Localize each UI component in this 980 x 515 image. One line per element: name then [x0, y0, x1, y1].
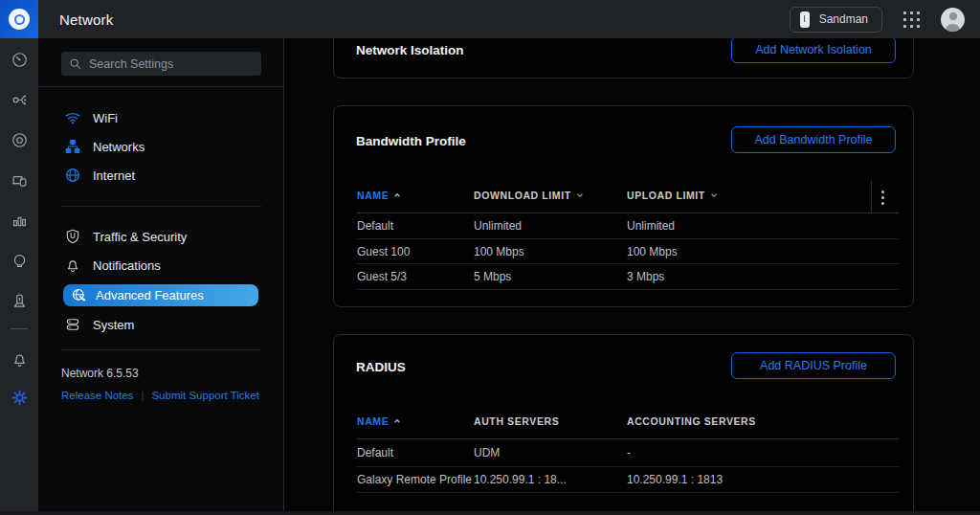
cell-accounting-servers: -	[627, 446, 631, 459]
release-notes-link[interactable]: Release Notes	[61, 390, 133, 401]
section-title: RADIUS	[356, 360, 406, 374]
section-title: Bandwidth Profile	[356, 134, 466, 148]
cell-accounting-servers: 10.250.99.1 : 1813	[627, 473, 723, 486]
cell-upload: Unlimited	[627, 219, 675, 233]
bell-icon	[63, 256, 82, 275]
settings-gear-icon[interactable]	[10, 388, 29, 407]
unifi-logo-icon	[9, 9, 30, 30]
column-header-auth-servers[interactable]: AUTH SERVERS	[474, 415, 559, 427]
globe-wrench-icon	[70, 287, 87, 304]
sidebar-item-label: Networks	[93, 140, 145, 154]
sidebar-item-networks[interactable]: Networks	[38, 132, 284, 161]
cell-name: Default	[357, 219, 393, 233]
cell-name: Default	[357, 446, 393, 459]
app-rail	[0, 38, 38, 511]
cell-download: Unlimited	[474, 219, 522, 233]
add-radius-profile-button[interactable]: Add RADIUS Profile	[731, 352, 896, 379]
column-header-download-limit[interactable]: DOWNLOAD LIMIT	[474, 190, 584, 201]
wifi-icon	[63, 108, 82, 127]
column-header-name[interactable]: NAME	[357, 190, 401, 201]
submit-support-ticket-link[interactable]: Submit Support Ticket	[151, 390, 259, 401]
console-name: Sandman	[819, 12, 868, 26]
notifications-rail-icon[interactable]	[10, 349, 29, 369]
search-icon	[69, 57, 81, 70]
unifi-devices-icon[interactable]	[10, 130, 29, 149]
radius-card: RADIUS Add RADIUS Profile NAME AUTH SERV…	[333, 334, 914, 511]
settings-content: Network Isolation Add Network Isolation …	[284, 38, 980, 511]
top-bar: Network Sandman	[0, 0, 980, 38]
cell-download: 5 Mbps	[474, 270, 511, 283]
table-row[interactable]: Default Unlimited Unlimited	[357, 213, 899, 239]
console-rail-icon[interactable]	[10, 291, 29, 310]
network-isolation-card: Network Isolation Add Network Isolation	[333, 38, 914, 78]
cell-name: Guest 100	[357, 245, 410, 258]
chevron-down-icon	[576, 191, 584, 199]
cell-auth-servers: 10.250.99.1 : 18...	[474, 473, 567, 486]
client-devices-icon[interactable]	[10, 170, 29, 190]
sidebar-item-traffic-security[interactable]: Traffic & Security	[38, 222, 284, 251]
sidebar-item-label: WiFi	[93, 111, 118, 125]
sidebar-item-advanced-features[interactable]: Advanced Features	[63, 284, 258, 306]
column-header-upload-limit[interactable]: UPLOAD LIMIT	[627, 190, 718, 201]
apps-grid-icon[interactable]	[903, 11, 920, 28]
link-separator: |	[141, 390, 144, 401]
sidebar-item-internet[interactable]: Internet	[38, 161, 284, 190]
table-row[interactable]: Guest 100 100 Mbps 100 Mbps	[357, 239, 899, 264]
sidebar-item-notifications[interactable]: Notifications	[38, 251, 284, 280]
table-options-kebab-icon[interactable]	[880, 189, 886, 207]
console-device-icon	[800, 11, 810, 28]
dashboard-icon[interactable]	[10, 50, 29, 69]
cell-name: Guest 5/3	[357, 270, 407, 283]
sidebar-footer-links: Release Notes | Submit Support Ticket	[61, 390, 259, 401]
search-settings-box[interactable]	[61, 52, 261, 76]
search-settings-input[interactable]	[89, 57, 254, 71]
user-avatar[interactable]	[941, 8, 965, 32]
add-network-isolation-button[interactable]: Add Network Isolation	[731, 38, 896, 63]
unifi-logo[interactable]	[0, 0, 38, 38]
sidebar-divider	[61, 349, 261, 350]
window-bottom-edge	[0, 511, 980, 515]
add-bandwidth-profile-button[interactable]: Add Bandwidth Profile	[731, 126, 896, 153]
settings-sidebar: WiFi Networks Internet Traffic & Securit…	[38, 38, 284, 511]
sidebar-item-label: Traffic & Security	[93, 230, 187, 244]
chevron-down-icon	[710, 191, 718, 199]
insights-icon[interactable]	[10, 251, 29, 270]
column-header-name[interactable]: NAME	[357, 415, 401, 427]
networks-icon	[63, 137, 82, 156]
sort-asc-icon	[393, 417, 401, 425]
cell-name: Galaxy Remote Profile	[357, 473, 472, 486]
rail-divider	[11, 328, 28, 329]
table-row[interactable]: Default UDM -	[357, 439, 899, 467]
cell-auth-servers: UDM	[474, 446, 500, 459]
sidebar-divider	[38, 86, 284, 87]
sidebar-item-system[interactable]: System	[38, 310, 284, 339]
table-row[interactable]: Guest 5/3 5 Mbps 3 Mbps	[357, 264, 899, 290]
section-title: Network Isolation	[356, 43, 464, 57]
shield-u-icon	[63, 227, 82, 246]
sidebar-item-wifi[interactable]: WiFi	[38, 103, 284, 132]
sort-asc-icon	[393, 191, 401, 199]
sidebar-divider	[61, 206, 261, 207]
sidebar-item-label: Notifications	[93, 258, 161, 273]
cell-upload: 3 Mbps	[627, 270, 664, 283]
server-stack-icon	[63, 315, 82, 334]
statistics-icon[interactable]	[10, 211, 29, 230]
cell-upload: 100 Mbps	[627, 245, 678, 258]
sidebar-item-label: System	[93, 318, 134, 332]
header-column-divider	[871, 181, 872, 213]
column-header-accounting-servers[interactable]: ACCOUNTING SERVERS	[627, 415, 756, 427]
topology-icon[interactable]	[10, 90, 29, 109]
table-row[interactable]: Galaxy Remote Profile 10.250.99.1 : 18..…	[357, 467, 899, 493]
internet-globe-icon	[63, 166, 82, 185]
sidebar-item-label: Advanced Features	[96, 288, 204, 302]
cell-download: 100 Mbps	[474, 245, 524, 258]
version-label: Network 6.5.53	[61, 367, 139, 380]
bandwidth-profile-card: Bandwidth Profile Add Bandwidth Profile …	[333, 105, 914, 307]
sidebar-item-label: Internet	[93, 168, 135, 183]
console-selector-button[interactable]: Sandman	[790, 7, 882, 33]
app-title: Network	[59, 11, 113, 28]
